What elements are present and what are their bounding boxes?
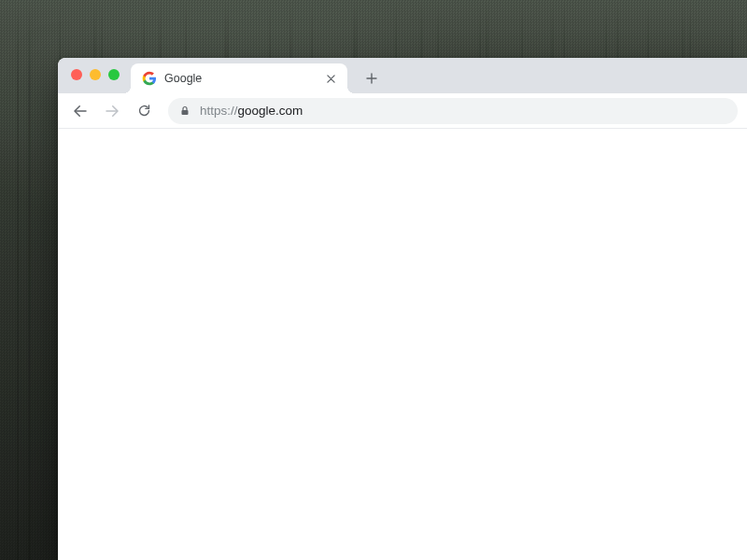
- window-controls: [71, 69, 120, 80]
- tab-active[interactable]: Google: [131, 63, 347, 93]
- close-icon: [327, 75, 335, 83]
- lock-icon: [179, 105, 190, 117]
- reload-icon: [136, 103, 152, 119]
- arrow-left-icon: [72, 103, 89, 119]
- toolbar: https://google.com: [58, 93, 747, 129]
- url-text: https://google.com: [200, 104, 303, 118]
- plus-icon: [366, 73, 377, 84]
- fullscreen-window-button[interactable]: [108, 69, 120, 80]
- close-window-button[interactable]: [71, 69, 82, 80]
- tab-title: Google: [164, 72, 316, 85]
- titlebar: Google: [58, 58, 747, 93]
- close-tab-button[interactable]: [323, 71, 338, 86]
- back-button[interactable]: [67, 98, 93, 124]
- page-content: [58, 129, 747, 560]
- tabstrip: Google: [131, 58, 385, 93]
- url-host: google.com: [238, 104, 303, 118]
- url-protocol: https://: [200, 104, 238, 118]
- reload-button[interactable]: [131, 98, 157, 124]
- arrow-right-icon: [104, 103, 120, 119]
- forward-button[interactable]: [99, 98, 125, 124]
- google-favicon-icon: [142, 71, 157, 86]
- address-bar[interactable]: https://google.com: [168, 98, 738, 124]
- new-tab-button[interactable]: [359, 65, 385, 91]
- minimize-window-button[interactable]: [90, 69, 101, 80]
- browser-window: Google: [58, 58, 747, 560]
- svg-rect-0: [182, 110, 189, 115]
